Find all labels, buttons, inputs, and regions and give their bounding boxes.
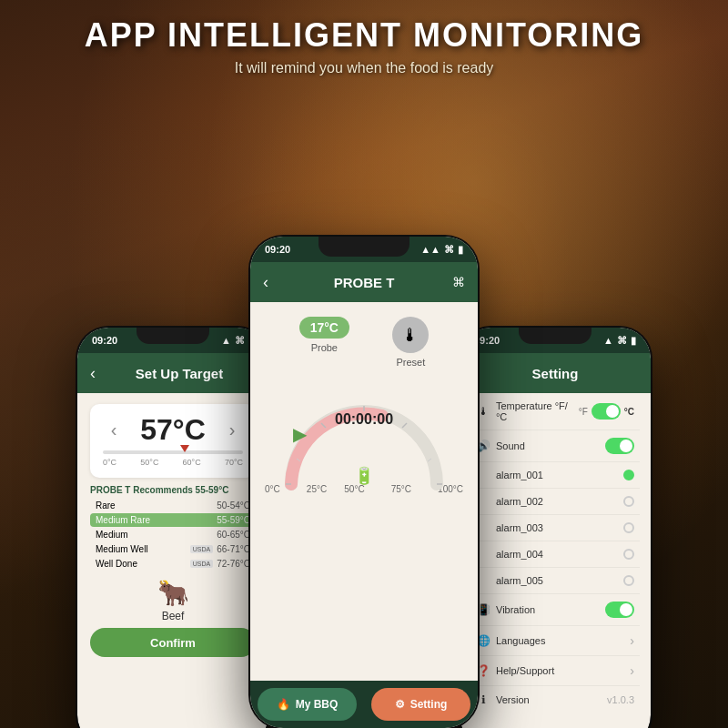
probe-rec-title: PROBE T Recommends 55-59°C [90, 485, 256, 495]
setting-temp-left: 🌡 Temperature °F/°C [476, 400, 579, 422]
alarm-002-left: alarm_002 [476, 496, 623, 507]
setting-alarm-005[interactable]: alarm_005 [470, 568, 640, 594]
probe-sublabel: Probe [311, 342, 338, 353]
settings-list: 🌡 Temperature °F/°C °F °C 🔊 Sound [460, 393, 651, 713]
tab-my-bbq[interactable]: 🔥 My BBQ [258, 688, 357, 721]
setting-vibration: 📳 Vibration [470, 594, 640, 626]
help-icon: ❓ [476, 664, 490, 677]
scale-label-50: 50°C [140, 458, 158, 467]
setting-help-left: ❓ Help/Support [476, 664, 630, 677]
alarm-005-label: alarm_005 [496, 575, 543, 586]
setting-sound: 🔊 Sound [470, 430, 640, 462]
meat-row-well-done[interactable]: Well Done USDA 72-76°C [90, 557, 256, 571]
main-title: APP INTELLIGENT MONITORING [0, 16, 728, 55]
fahrenheit-label: °F [579, 407, 588, 417]
setting-alarm-002[interactable]: alarm_002 [470, 489, 640, 515]
bbq-label: My BBQ [296, 698, 339, 711]
setting-languages-label: Languages [496, 635, 545, 646]
wifi-icon: ⌘ [235, 335, 245, 347]
center-nav: ‹ PROBE T ⌘ [250, 262, 478, 302]
temp-right-arrow[interactable]: › [221, 420, 243, 440]
sound-toggle[interactable] [605, 438, 634, 454]
center-status-time: 09:20 [265, 244, 290, 255]
probe-item-preset: 🌡 Preset [392, 317, 429, 368]
temp-unit-toggle[interactable]: °F °C [579, 403, 634, 420]
alarm-003-left: alarm_003 [476, 522, 623, 533]
setting-help[interactable]: ❓ Help/Support › [470, 656, 640, 686]
probe-icon: 🌡 [392, 317, 429, 353]
setting-help-label: Help/Support [496, 665, 554, 676]
alarm-001-left: alarm_001 [476, 470, 623, 480]
notch-left [136, 328, 209, 344]
setting-temperature: 🌡 Temperature °F/°C °F °C [470, 393, 640, 430]
setting-version-label: Version [496, 694, 530, 705]
bottom-nav: 🔥 My BBQ ⚙ Setting [250, 681, 478, 728]
setting-alarm-003[interactable]: alarm_003 [470, 515, 640, 541]
setting-temp-label: Temperature °F/°C [496, 400, 579, 422]
gauge-container: ▶ 00:00:00 🔋 [273, 375, 455, 493]
setting-sound-label: Sound [496, 440, 525, 451]
alarm-005-left: alarm_005 [476, 575, 623, 586]
meat-row-medium-well[interactable]: Medium Well USDA 66-71°C [90, 542, 256, 556]
setting-alarm-001[interactable]: alarm_001 [470, 462, 640, 489]
rec-label: Recommends [133, 485, 195, 495]
alarm-002-radio[interactable] [623, 496, 634, 507]
center-back-button[interactable]: ‹ [263, 273, 268, 292]
languages-icon: 🌐 [476, 634, 490, 647]
setting-sound-left: 🔊 Sound [476, 440, 605, 452]
center-signal-icon: ▲▲ [420, 244, 440, 255]
setting-alarm-004[interactable]: alarm_004 [470, 541, 640, 568]
confirm-button[interactable]: Confirm [90, 628, 256, 657]
gauge-time: 00:00:00 [335, 411, 393, 428]
help-chevron: › [630, 663, 634, 678]
center-nav-title: PROBE T [276, 275, 452, 290]
temp-toggle[interactable] [592, 403, 621, 420]
meat-row-rare[interactable]: Rare 50-54°C [90, 499, 256, 512]
beef-icon: 🐂 [157, 578, 189, 608]
meat-row-medium[interactable]: Medium 60-65°C [90, 528, 256, 541]
alarm-004-radio[interactable] [623, 549, 634, 560]
alarm-004-label: alarm_004 [496, 549, 543, 560]
thermometer-icon: 🌡 [476, 405, 490, 418]
left-screen: 09:20 ▲ ⌘ ▮ ‹ Set Up Target ‹ 57°C › [77, 328, 268, 728]
phone-center: 09:20 ▲▲ ⌘ ▮ ‹ PROBE T ⌘ 17°C Probe [250, 237, 478, 728]
right-signal-icon: ▲ [603, 335, 613, 346]
vibration-icon: 📳 [476, 603, 490, 616]
right-status-time: 09:20 [474, 335, 500, 346]
right-nav-title: Setting [532, 366, 579, 381]
scale-label-0: 0°C [103, 458, 116, 467]
preset-sublabel: Preset [396, 357, 425, 368]
alarm-005-radio[interactable] [623, 575, 634, 586]
back-button[interactable]: ‹ [90, 364, 96, 383]
meat-table: Rare 50-54°C Medium Rare 55-59°C Medium … [90, 499, 256, 571]
alarm-001-radio[interactable] [623, 470, 634, 480]
alarm-002-label: alarm_002 [496, 496, 543, 507]
setting-languages[interactable]: 🌐 Languages › [470, 626, 640, 656]
probe-indicators: 17°C Probe 🌡 Preset [250, 302, 478, 375]
tab-setting[interactable]: ⚙ Setting [371, 688, 470, 721]
bbq-icon: 🔥 [277, 698, 290, 711]
signal-icon: ▲ [221, 335, 231, 346]
probe-recommends: PROBE T Recommends 55-59°C Rare 50-54°C … [77, 485, 268, 571]
right-nav: Setting [460, 353, 651, 393]
version-icon: ℹ [476, 693, 490, 706]
rec-range: 55-59°C [196, 485, 229, 495]
center-status-icons: ▲▲ ⌘ ▮ [420, 244, 463, 256]
alarm-003-radio[interactable] [623, 522, 634, 533]
left-nav-title: Set Up Target [103, 366, 256, 381]
meat-row-medium-rare[interactable]: Medium Rare 55-59°C [90, 513, 256, 527]
play-button[interactable]: ▶ [293, 423, 307, 445]
temp-left-arrow[interactable]: ‹ [103, 420, 125, 440]
notch-center [318, 237, 410, 257]
phone-right: 09:20 ▲ ⌘ ▮ Setting 🌡 Temperature °F/°C [460, 328, 651, 728]
center-screen: 09:20 ▲▲ ⌘ ▮ ‹ PROBE T ⌘ 17°C Probe [250, 237, 478, 728]
version-value: v1.0.3 [607, 694, 634, 705]
notch-right [519, 328, 592, 344]
probe-item-temp: 17°C Probe [299, 317, 349, 368]
right-status-icons: ▲ ⌘ ▮ [603, 335, 636, 347]
setting-vibration-left: 📳 Vibration [476, 603, 605, 616]
phone-left: 09:20 ▲ ⌘ ▮ ‹ Set Up Target ‹ 57°C › [77, 328, 268, 728]
vibration-toggle[interactable] [605, 602, 634, 618]
temp-marker [180, 445, 189, 452]
probe-temp-badge: 17°C [299, 317, 349, 339]
